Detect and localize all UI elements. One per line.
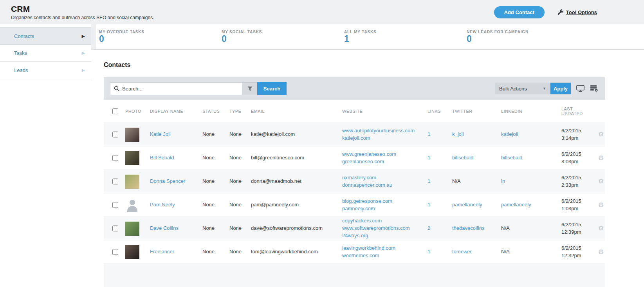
linkedin-value[interactable]: billsebald — [501, 154, 561, 162]
add-contact-button[interactable]: Add Contact — [494, 6, 545, 18]
website-link[interactable]: www.greenlaneseo.com — [342, 151, 424, 158]
website-links: www.greenlaneseo.comgreenlaneseo.com — [342, 151, 428, 166]
row-checkbox[interactable] — [112, 249, 118, 255]
links-count[interactable]: 2 — [428, 225, 430, 231]
table-row: Pam Neely None None pam@pamneely.com blo… — [104, 193, 605, 217]
column-header-status: STATUS — [202, 109, 229, 114]
twitter-value[interactable]: tomewer — [452, 248, 501, 256]
website-link[interactable]: 24ways.org — [342, 232, 424, 240]
stat-value: 0 — [99, 34, 218, 44]
website-link[interactable]: leavingworkbehind.com — [342, 245, 424, 252]
twitter-value[interactable]: pamellaneely — [452, 201, 501, 209]
last-updated-time: 3:03pm — [561, 158, 593, 166]
sidebar-item-leads[interactable]: Leads ▶ — [0, 62, 91, 79]
page-title: Contacts — [104, 61, 644, 69]
links-count[interactable]: 1 — [428, 202, 430, 208]
row-settings-gear-icon[interactable]: ⚙ — [597, 201, 605, 209]
type-value: None — [229, 154, 251, 162]
sidebar-item-contacts[interactable]: Contacts ▶ — [0, 27, 91, 45]
linkedin-value[interactable]: katiejoll — [501, 131, 561, 138]
website-link[interactable]: www.softwarepromotions.com — [342, 225, 424, 232]
website-links: leavingworkbehind.comwoothemes.com — [342, 245, 428, 260]
links-count[interactable]: 1 — [428, 155, 430, 161]
row-checkbox[interactable] — [112, 155, 118, 161]
bulk-actions-select[interactable]: Bulk Actions ▼ — [495, 83, 550, 94]
website-link[interactable]: blog.getresponse.com — [342, 198, 424, 205]
website-links: uxmastery.comdonnaspencer.com.au — [342, 174, 428, 189]
contacts-panel: Search Bulk Actions ▼ Apply — [104, 77, 605, 287]
filter-button[interactable] — [242, 82, 257, 95]
table-row: Katie Joll None None katie@katiejoll.com… — [104, 123, 605, 146]
row-checkbox[interactable] — [112, 132, 118, 137]
website-link[interactable]: greenlaneseo.com — [342, 158, 424, 166]
contact-name-link[interactable]: Katie Joll — [150, 131, 171, 137]
column-header-display-name: DISPLAY NAME — [150, 109, 202, 114]
last-updated-time: 12:32pm — [561, 252, 593, 260]
row-checkbox[interactable] — [112, 226, 118, 231]
links-count[interactable]: 1 — [428, 178, 430, 184]
contact-name-link[interactable]: Pam Neely — [150, 202, 175, 208]
status-value: None — [202, 225, 229, 232]
monitor-icon[interactable] — [576, 85, 585, 92]
search-box — [110, 82, 242, 95]
row-settings-gear-icon[interactable]: ⚙ — [597, 248, 605, 256]
links-count[interactable]: 1 — [428, 249, 430, 255]
last-updated-date: 6/2/2015 — [561, 127, 593, 135]
twitter-value[interactable]: billsebald — [452, 154, 501, 162]
last-updated-time: 12:39pm — [561, 229, 593, 236]
website-link[interactable]: copyhackers.com — [342, 217, 424, 225]
search-icon — [114, 86, 120, 92]
twitter-value: N/A — [452, 178, 501, 185]
select-all-checkbox[interactable] — [112, 108, 118, 114]
tool-options-link[interactable]: Tool Options — [557, 9, 597, 16]
app-subtitle: Organizes contacts and outreach across S… — [11, 15, 154, 20]
last-updated-value: 6/2/2015 12:39pm — [561, 221, 597, 236]
contact-photo — [125, 128, 139, 142]
linkedin-value[interactable]: in — [501, 178, 561, 185]
apply-button[interactable]: Apply — [550, 83, 571, 94]
column-header-type: TYPE — [229, 109, 251, 114]
contact-name-link[interactable]: Freelancer — [150, 249, 174, 255]
row-settings-gear-icon[interactable]: ⚙ — [597, 177, 605, 186]
status-value: None — [202, 154, 229, 162]
row-settings-gear-icon[interactable]: ⚙ — [597, 224, 605, 233]
column-header-twitter: TWITTER — [452, 109, 501, 114]
email-value: tom@leavingworkbehind.com — [251, 248, 342, 256]
last-updated-value: 6/2/2015 12:32pm — [561, 245, 597, 260]
website-link[interactable]: donnaspencer.com.au — [342, 182, 424, 189]
website-links: copyhackers.comwww.softwarepromotions.co… — [342, 217, 428, 240]
email-value: pam@pamneely.com — [251, 201, 342, 209]
table-row: Bill Sebald None None bill@greenlaneseo.… — [104, 146, 605, 170]
type-value: None — [229, 201, 251, 209]
chevron-down-icon: ▼ — [543, 87, 546, 90]
search-input[interactable] — [122, 86, 238, 92]
twitter-value[interactable]: k_joll — [452, 131, 501, 138]
website-link[interactable]: www.autopilotyourbusiness.com — [342, 127, 424, 135]
table-settings-icon[interactable] — [590, 85, 599, 92]
contact-name-link[interactable]: Bill Sebald — [150, 155, 174, 161]
type-value: None — [229, 178, 251, 185]
contact-name-link[interactable]: Donna Spencer — [150, 178, 185, 184]
links-count[interactable]: 1 — [428, 131, 430, 137]
last-updated-value: 6/2/2015 2:33pm — [561, 174, 597, 189]
search-button[interactable]: Search — [257, 82, 287, 95]
row-checkbox[interactable] — [112, 202, 118, 208]
contact-name-link[interactable]: Dave Collins — [150, 225, 179, 231]
last-updated-date: 6/2/2015 — [561, 198, 593, 205]
sidebar-item-tasks[interactable]: Tasks ▶ — [0, 45, 91, 62]
website-link[interactable]: pamneely.com — [342, 205, 424, 213]
row-settings-gear-icon[interactable]: ⚙ — [597, 154, 605, 162]
linkedin-value[interactable]: pamellaneely — [501, 201, 561, 209]
last-updated-value: 6/2/2015 3:03pm — [561, 151, 597, 166]
row-settings-gear-icon[interactable]: ⚙ — [597, 130, 605, 139]
website-link[interactable]: katiejoll.com — [342, 135, 424, 142]
column-header-email: EMAIL — [251, 109, 342, 114]
website-link[interactable]: uxmastery.com — [342, 174, 424, 182]
contact-photo — [125, 198, 139, 212]
table-body: Katie Joll None None katie@katiejoll.com… — [104, 123, 605, 264]
stat-new-leads: NEW LEADS FOR CAMPAIGN 0 — [464, 30, 644, 44]
website-link[interactable]: woothemes.com — [342, 252, 424, 260]
row-checkbox[interactable] — [112, 179, 118, 184]
sidebar: Contacts ▶ Tasks ▶ Leads ▶ — [0, 24, 91, 287]
twitter-value[interactable]: thedavecollins — [452, 225, 501, 232]
